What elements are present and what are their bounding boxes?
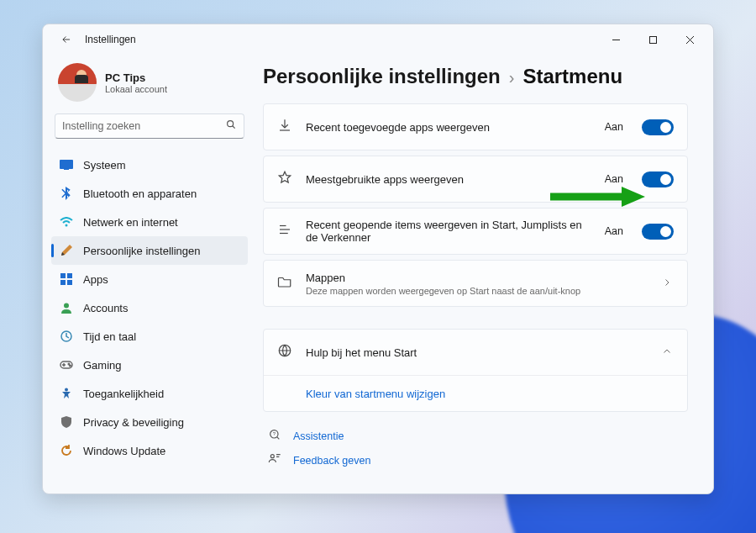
breadcrumb: Persoonlijke instellingen › Startmenu (263, 65, 688, 88)
accessibility-icon (60, 387, 73, 400)
card-most-used: Meestgebruikte apps weergeven Aan (263, 156, 688, 203)
svg-text:?: ? (273, 431, 276, 436)
help-link[interactable]: Kleur van startmenu wijzigen (306, 388, 445, 400)
svg-rect-11 (60, 280, 66, 285)
sidebar-item-update[interactable]: Windows Update (51, 436, 248, 465)
sidebar-item-label: Systeem (83, 159, 126, 172)
footer-link-label: Assistentie (293, 430, 344, 442)
svg-point-17 (70, 365, 71, 367)
gaming-icon (60, 358, 73, 372)
svg-point-16 (68, 363, 70, 365)
row-title: Recent geopende items weergeven in Start… (306, 219, 593, 244)
time-language-icon (60, 330, 73, 343)
sidebar-item-label: Bluetooth en apparaten (83, 187, 197, 200)
privacy-icon (60, 415, 73, 429)
profile-block[interactable]: PC Tips Lokaal account (51, 58, 248, 113)
sidebar-item-label: Tijd en taal (83, 330, 136, 343)
content-area: Persoonlijke instellingen › Startmenu Re… (256, 55, 713, 493)
sidebar-item-label: Gaming (83, 359, 122, 372)
footer-link-assist[interactable]: ? Assistentie (268, 424, 688, 448)
toggle-state-label: Aan (605, 121, 623, 133)
sidebar-item-privacy[interactable]: Privacy & beveiliging (51, 408, 248, 436)
svg-point-18 (65, 388, 68, 392)
apps-icon (60, 272, 73, 286)
help-icon (277, 343, 294, 361)
row-sub: Deze mappen worden weergegeven op Start … (306, 286, 650, 296)
sidebar-item-label: Windows Update (83, 445, 165, 457)
star-icon (277, 170, 294, 188)
footer-link-feedback[interactable]: Feedback geven (268, 448, 688, 472)
sidebar: PC Tips Lokaal account Systeem Bluetooth… (43, 55, 256, 493)
svg-rect-9 (60, 273, 66, 278)
personalization-icon (60, 244, 73, 257)
footer-link-label: Feedback geven (293, 455, 370, 467)
search-box[interactable] (55, 113, 244, 139)
assist-icon: ? (268, 428, 285, 444)
sidebar-item-apps[interactable]: Apps (51, 265, 248, 293)
chevron-right-icon (662, 276, 674, 291)
sidebar-item-accounts[interactable]: Accounts (51, 293, 248, 322)
titlebar: Instellingen (43, 24, 713, 55)
svg-point-4 (228, 121, 234, 127)
accounts-icon (60, 301, 73, 314)
chevron-up-icon (662, 345, 674, 360)
avatar (58, 63, 97, 102)
svg-line-24 (277, 437, 280, 440)
breadcrumb-current: Startmenu (522, 65, 622, 88)
sidebar-item-label: Apps (83, 273, 108, 286)
search-icon (225, 119, 237, 134)
list-icon (277, 222, 294, 240)
toggle-recent-items[interactable] (642, 224, 674, 240)
help-header-row[interactable]: Hulp bij het menu Start (264, 330, 687, 375)
sidebar-item-label: Privacy & beveiliging (83, 416, 184, 429)
sidebar-item-systeem[interactable]: Systeem (51, 150, 248, 179)
card-help: Hulp bij het menu Start Kleur van startm… (263, 329, 688, 412)
download-icon (277, 118, 294, 136)
sidebar-item-tijd[interactable]: Tijd en taal (51, 322, 248, 351)
sidebar-item-label: Persoonlijke instellingen (83, 245, 200, 257)
window-title: Instellingen (85, 34, 136, 45)
toggle-state-label: Aan (605, 225, 623, 237)
row-title: Meestgebruikte apps weergeven (306, 173, 593, 186)
minimize-button[interactable] (597, 26, 634, 53)
svg-point-8 (66, 224, 68, 227)
row-title: Hulp bij het menu Start (306, 346, 650, 359)
svg-line-5 (233, 126, 235, 129)
card-recent-items: Recent geopende items weergeven in Start… (263, 208, 688, 255)
sidebar-item-netwerk[interactable]: Netwerk en internet (51, 208, 248, 236)
svg-point-13 (64, 303, 69, 309)
maximize-button[interactable] (634, 26, 671, 53)
footer-links: ? Assistentie Feedback geven (263, 424, 688, 472)
back-button[interactable] (55, 28, 78, 51)
system-icon (60, 158, 73, 172)
sidebar-item-persoonlijk[interactable]: Persoonlijke instellingen (51, 236, 248, 265)
toggle-most-used[interactable] (642, 172, 674, 187)
breadcrumb-parent[interactable]: Persoonlijke instellingen (263, 65, 501, 88)
settings-window: Instellingen PC Tips Lokaal account (42, 24, 714, 494)
row-title: Mappen (306, 272, 650, 284)
search-input[interactable] (62, 120, 225, 132)
close-button[interactable] (671, 26, 708, 53)
sidebar-item-label: Toegankelijkheid (83, 388, 164, 400)
feedback-icon (268, 452, 285, 468)
network-icon (60, 215, 73, 229)
sidebar-item-label: Accounts (83, 302, 128, 314)
profile-sub: Lokaal account (105, 84, 167, 94)
profile-name: PC Tips (105, 71, 167, 84)
update-icon (60, 444, 73, 457)
svg-rect-1 (649, 36, 656, 43)
svg-rect-10 (67, 273, 72, 278)
card-mappen[interactable]: Mappen Deze mappen worden weergegeven op… (263, 260, 688, 307)
toggle-state-label: Aan (605, 173, 623, 185)
row-title: Recent toegevoegde apps weergeven (306, 121, 593, 134)
svg-rect-6 (60, 160, 73, 169)
breadcrumb-separator: › (509, 68, 515, 87)
bluetooth-icon (60, 187, 73, 200)
svg-point-26 (270, 455, 274, 458)
svg-rect-7 (64, 169, 69, 170)
sidebar-item-bluetooth[interactable]: Bluetooth en apparaten (51, 179, 248, 208)
sidebar-item-gaming[interactable]: Gaming (51, 351, 248, 379)
sidebar-item-toegankelijkheid[interactable]: Toegankelijkheid (51, 379, 248, 408)
svg-rect-12 (67, 280, 72, 285)
toggle-recent-apps[interactable] (642, 119, 674, 135)
